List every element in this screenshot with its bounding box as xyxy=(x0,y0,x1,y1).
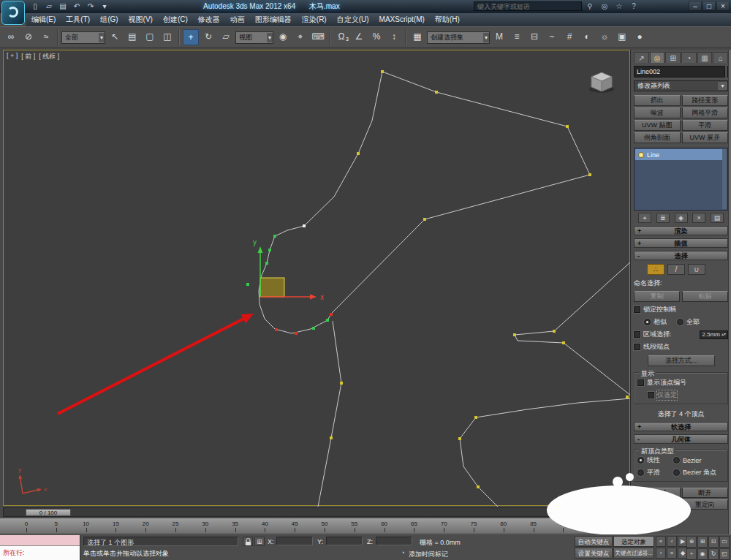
tangent-vertex[interactable] xyxy=(273,235,276,238)
close-button[interactable]: × xyxy=(716,1,730,11)
selection-filter-dropdown[interactable]: 全部 xyxy=(61,31,105,44)
modifier-button-2[interactable]: 路径变形 xyxy=(682,95,729,106)
modifier-button-5[interactable]: UVW 贴图 xyxy=(634,120,681,131)
menu-item-4[interactable]: 视图(V) xyxy=(124,13,158,26)
vertex-subobject-icon[interactable]: ∴ xyxy=(647,264,664,275)
spline-forehead[interactable] xyxy=(304,72,382,226)
stack-item-line[interactable]: Line xyxy=(635,149,722,160)
visibility-bulb-icon[interactable] xyxy=(638,152,644,158)
tab-hierarchy[interactable]: ⊞ xyxy=(665,52,681,63)
selected-vertex[interactable] xyxy=(275,328,278,331)
save-file-icon[interactable]: ▤ xyxy=(57,1,69,12)
minimize-button[interactable]: – xyxy=(689,1,702,11)
mirror-icon[interactable]: M xyxy=(491,29,507,45)
render-production-icon[interactable]: ● xyxy=(632,29,648,45)
curve-editor-icon[interactable]: ~ xyxy=(544,29,560,45)
segment-subobject-icon[interactable]: / xyxy=(667,264,685,275)
tangent-vertex[interactable] xyxy=(265,262,268,265)
3dsmax-logo[interactable] xyxy=(1,1,25,25)
window-crossing-icon[interactable]: ◫ xyxy=(159,29,175,45)
track-bar[interactable]: 0510152025303540455055606570758085909510… xyxy=(0,518,630,534)
unselected-vertex[interactable] xyxy=(477,485,480,488)
menu-item-8[interactable]: 图形编辑器 xyxy=(250,13,297,26)
unselected-vertex[interactable] xyxy=(357,152,360,155)
selected-only-checkbox[interactable] xyxy=(648,392,654,398)
object-name-field[interactable] xyxy=(634,66,725,77)
smooth-radio[interactable] xyxy=(637,469,644,476)
spinner-snap-icon[interactable]: ↕ xyxy=(386,29,402,45)
viewport-menu-shading[interactable]: [ 线框 ] xyxy=(39,52,59,61)
selected-filter-dropdown[interactable]: 选定对象 xyxy=(613,536,654,547)
show-vertex-numbers-checkbox[interactable] xyxy=(637,379,644,386)
unselected-vertex[interactable] xyxy=(330,436,333,439)
select-by-name-icon[interactable]: ▤ xyxy=(124,29,140,45)
unselected-vertex[interactable] xyxy=(474,416,477,419)
lock-handles-checkbox[interactable] xyxy=(634,306,640,313)
key-filters-button[interactable]: 关键点过滤器... xyxy=(613,548,654,559)
select-by-button[interactable]: 选择方式... xyxy=(648,355,715,366)
maximize-viewport-icon[interactable]: ◱ xyxy=(719,548,730,560)
new-scene-icon[interactable]: ▯ xyxy=(29,1,41,12)
tab-utilities[interactable]: ⌂ xyxy=(713,52,728,63)
viewport-front[interactable]: xyxy [ + ] [ 前 ] [ 线框 ] xyxy=(3,50,630,506)
spline-subobject-icon[interactable]: ∪ xyxy=(688,264,705,275)
viewport-menu-general[interactable]: [ + ] xyxy=(7,52,18,61)
selection-region-icon[interactable]: ▢ xyxy=(142,29,158,45)
menu-item-7[interactable]: 动画 xyxy=(225,13,250,26)
selected-vertex[interactable] xyxy=(295,332,298,335)
search-go-icon[interactable]: ⚲ xyxy=(585,1,595,11)
rollout-rendering[interactable]: + 渲染 xyxy=(634,226,728,235)
use-pivot-center-icon[interactable]: ◉ xyxy=(275,29,291,45)
unselected-vertex[interactable] xyxy=(566,125,569,128)
modifier-button-4[interactable]: 网格平滑 xyxy=(682,107,729,118)
unselected-vertex[interactable] xyxy=(458,437,461,440)
unselected-vertex[interactable] xyxy=(626,396,629,398)
modifier-button-6[interactable]: 平滑 xyxy=(682,120,729,131)
x-coordinate-field[interactable] xyxy=(276,537,313,545)
undo-icon[interactable]: ↶ xyxy=(71,1,83,12)
spline-neck-front[interactable] xyxy=(318,321,341,507)
gizmo-x-axis-head[interactable] xyxy=(310,295,317,300)
maximize-button[interactable]: □ xyxy=(702,1,716,11)
tab-display[interactable]: ▥ xyxy=(697,52,713,63)
stack-scrollbar[interactable] xyxy=(722,149,727,209)
time-slider-track[interactable]: 0 / 100 xyxy=(3,507,630,517)
maxscript-mini-listener[interactable]: 所在行: xyxy=(0,535,80,560)
spline-jaw-line[interactable] xyxy=(331,175,590,314)
time-slider-handle[interactable]: 0 / 100 xyxy=(26,509,71,516)
menu-item-1[interactable]: 编辑(E) xyxy=(26,13,61,26)
unselected-vertex[interactable] xyxy=(588,173,591,176)
communication-center-icon[interactable]: ◎ xyxy=(599,1,610,11)
add-time-tag[interactable]: 添加时间标记 xyxy=(409,550,448,559)
percent-snap-icon[interactable]: % xyxy=(368,29,385,45)
paste-button[interactable]: 粘贴 xyxy=(682,291,728,302)
menu-item-11[interactable]: MAXScript(M) xyxy=(374,13,430,26)
next-frame-icon[interactable]: › xyxy=(656,548,666,559)
schematic-view-icon[interactable]: # xyxy=(561,29,577,45)
unselected-vertex[interactable] xyxy=(435,91,438,94)
open-file-icon[interactable]: ▱ xyxy=(43,1,55,12)
pin-stack-icon[interactable]: ⌖ xyxy=(638,213,651,223)
tangent-vertex[interactable] xyxy=(326,319,329,322)
layer-manager-icon[interactable]: ⊟ xyxy=(526,29,542,45)
modifier-list-dropdown[interactable]: 修改器列表 xyxy=(634,80,728,91)
select-and-rotate-icon[interactable]: ↻ xyxy=(200,29,216,45)
prev-frame-icon[interactable]: ‹ xyxy=(667,536,677,547)
modifier-button-7[interactable]: 倒角剖面 xyxy=(634,132,681,143)
snap-toggle-3d-icon[interactable]: Ω3 xyxy=(333,29,349,45)
tab-create[interactable]: ↗ xyxy=(634,52,649,63)
y-coordinate-field[interactable] xyxy=(326,537,363,545)
orbit-icon[interactable]: ↻ xyxy=(708,548,719,560)
zoom-extents-icon[interactable]: ⊡ xyxy=(708,536,719,548)
unlink-selection-icon[interactable]: ⊘ xyxy=(20,29,37,45)
break-button[interactable]: 断开 xyxy=(682,488,729,498)
modifier-button-8[interactable]: UVW 展开 xyxy=(682,132,729,143)
area-selection-checkbox[interactable] xyxy=(634,331,640,338)
remove-modifier-icon[interactable]: × xyxy=(692,213,705,223)
auto-key-button[interactable]: 自动关键点 xyxy=(575,536,613,547)
tab-modify[interactable]: ◎ xyxy=(650,52,665,63)
material-editor-icon[interactable]: ◐ xyxy=(579,29,595,45)
rollout-geometry[interactable]: - 几何体 xyxy=(634,434,728,444)
favorites-star-icon[interactable]: ☆ xyxy=(614,1,624,11)
bezier-radio[interactable] xyxy=(673,457,680,463)
